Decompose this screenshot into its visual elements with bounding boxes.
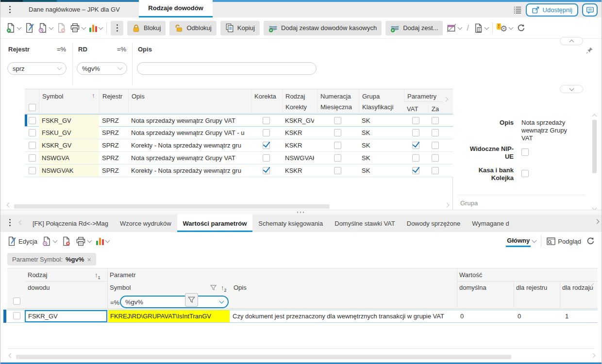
col-rodzaj-dowodu[interactable]: Rodzaj	[28, 270, 47, 280]
numeracja-checkbox[interactable]	[334, 117, 341, 124]
filter-operator[interactable]: =%	[117, 46, 126, 53]
bottom-horizontal-scrollbar[interactable]	[0, 353, 602, 360]
filter-rejestr-combo[interactable]: sprz	[7, 62, 67, 75]
row-checkbox[interactable]	[29, 167, 36, 174]
chevron-down-icon[interactable]	[99, 25, 103, 30]
refresh-button[interactable]	[586, 237, 595, 246]
numeracja-checkbox[interactable]	[334, 129, 341, 136]
za-checkbox[interactable]	[432, 142, 439, 149]
tabs-scroll-left-icon[interactable]	[19, 220, 24, 225]
chevron-down-icon[interactable]	[82, 25, 86, 30]
bottom-tabs-kebab-icon[interactable]	[9, 219, 11, 220]
filter-operator[interactable]: =%	[110, 298, 119, 308]
col-korekta[interactable]: Korekta	[251, 89, 282, 115]
table-row[interactable]: NSWGVA SPRZ Nota sprzedaży wewnątrz Grup…	[25, 152, 453, 165]
select-all-checkbox[interactable]	[29, 104, 36, 111]
col-domyslna[interactable]: domyślna	[459, 283, 486, 293]
chevron-down-icon[interactable]	[484, 25, 489, 30]
document-history-button[interactable]	[38, 23, 53, 33]
scrollbar-thumb[interactable]	[592, 120, 597, 173]
za-checkbox[interactable]	[432, 129, 439, 136]
numeracja-checkbox[interactable]	[334, 154, 341, 162]
col-grupa-klasyfikacji[interactable]: GrupaKlasyfikacji	[359, 89, 404, 115]
widoczne-nip-ue-checkbox[interactable]	[521, 149, 529, 156]
tab-rodzaje-dowodow[interactable]: Rodzaje dowodów	[139, 0, 213, 17]
col-parametr-symbol[interactable]: Parametr	[110, 270, 135, 280]
chat-button[interactable]	[582, 3, 598, 17]
scroll-right-icon[interactable]	[444, 97, 449, 102]
expand-filter-button[interactable]	[560, 85, 583, 93]
glowny-view-selector[interactable]: Główny	[506, 236, 536, 247]
podglad-button[interactable]: Podgląd	[546, 237, 581, 246]
col-dla-rejestru[interactable]: dla rejestru	[516, 283, 547, 293]
row-checkbox[interactable]	[29, 154, 36, 162]
vat-checkbox[interactable]	[412, 117, 419, 124]
vat-checkbox[interactable]	[412, 167, 419, 174]
korekta-checkbox[interactable]	[263, 142, 270, 149]
delete-document-button[interactable]	[62, 236, 71, 246]
za-checkbox[interactable]	[432, 154, 439, 162]
chart-button[interactable]	[96, 237, 109, 245]
col-opis[interactable]: Opis	[128, 89, 251, 115]
chevron-down-icon[interactable]	[105, 238, 110, 243]
blokuj-button[interactable]: Blokuj	[127, 21, 166, 35]
sort-asc-icon[interactable]: ↑	[92, 92, 95, 99]
filter-funnel-button[interactable]	[185, 293, 198, 307]
chevron-down-icon[interactable]	[509, 25, 514, 30]
tabs-scroll-right-icon[interactable]	[595, 219, 600, 224]
chevron-down-icon[interactable]	[458, 25, 463, 30]
tab-dowody-sprzezone[interactable]: Dowody sprzężone	[401, 215, 467, 232]
numeracja-checkbox[interactable]	[334, 167, 341, 174]
korekta-checkbox[interactable]	[263, 154, 270, 162]
za-checkbox[interactable]	[432, 117, 439, 124]
close-icon[interactable]: ×	[87, 255, 91, 264]
row-checkbox[interactable]	[29, 117, 36, 124]
korekta-checkbox[interactable]	[263, 129, 270, 136]
scroll-left-icon[interactable]	[9, 353, 14, 358]
scroll-up-icon[interactable]	[592, 114, 597, 119]
scrollbar-thumb[interactable]	[16, 355, 511, 359]
kasa-i-bank-checkbox[interactable]	[521, 170, 529, 177]
filter-chip[interactable]: Parametr Symbol: %gv% ×	[7, 253, 96, 265]
col-parametry-vat[interactable]: VAT	[404, 102, 428, 115]
delete-document-button[interactable]	[57, 23, 66, 33]
collapse-filter-button[interactable]	[560, 37, 583, 45]
edit-button[interactable]	[25, 23, 34, 33]
col-za[interactable]: Za	[428, 102, 442, 115]
share-button[interactable]: Udostępnij	[526, 3, 578, 17]
table-row[interactable]: NSWGVAK SPRZ Korekty - Nota sprzedaży we…	[25, 165, 453, 177]
edycja-button[interactable]: Edycja	[7, 236, 37, 246]
list-icon[interactable]	[513, 6, 522, 14]
sort-asc-1-icon[interactable]: ↑1	[95, 270, 100, 282]
scrollbar-thumb[interactable]	[14, 204, 330, 209]
horizontal-scrollbar[interactable]	[5, 203, 452, 210]
splitter[interactable]	[0, 210, 602, 215]
col-rejestr[interactable]: Rejestr	[99, 89, 128, 115]
tab-wzorce-wydrukow[interactable]: Wzorce wydruków	[114, 215, 177, 232]
col-opis[interactable]: Opis	[234, 283, 247, 293]
print-button[interactable]	[76, 237, 91, 246]
select-all-checkbox[interactable]	[13, 298, 20, 305]
pin-icon[interactable]	[586, 47, 593, 55]
tab-fk-polaczenia[interactable]: [FK] Połączenia Rd<->Mag	[27, 215, 114, 232]
tab-menu-kebab-icon[interactable]	[9, 6, 11, 7]
more-button[interactable]	[111, 21, 123, 35]
calculator-button[interactable]	[474, 23, 488, 33]
symbol-filter-combo[interactable]: %gv%	[120, 296, 229, 308]
tab-wymagane[interactable]: Wymagane d	[466, 215, 515, 232]
table-row[interactable]: FSKU_GV SPRZ Nota sprzedaży wewnątrz Gru…	[25, 127, 453, 139]
vat-checkbox[interactable]	[412, 129, 419, 136]
filter-rd-combo[interactable]: %gv%	[77, 62, 127, 75]
col-rodzaj-korekty[interactable]: RodzajKorekty	[282, 89, 317, 115]
filter-operator[interactable]: =%	[57, 46, 66, 53]
table-row[interactable]: FSKR_GV SPRZ Nota sprzedaży wewnątrz Gru…	[25, 114, 453, 127]
tab-schematy-ksiegowania[interactable]: Schematy księgowania	[252, 215, 329, 232]
scroll-left-icon[interactable]	[7, 203, 12, 208]
chevron-down-icon[interactable]	[532, 238, 537, 243]
row-checkbox[interactable]	[13, 312, 20, 319]
col-parametr-symbol[interactable]: Symbol	[110, 283, 131, 293]
tab-dane-naglowkowe[interactable]: Dane nagłówkowe – JPK dla GV	[29, 2, 120, 17]
scroll-right-icon[interactable]	[591, 353, 596, 358]
table-row[interactable]: KSKR_GV SPRZ Korekty - Nota sprzedaży we…	[25, 139, 453, 152]
sort-asc-2-icon[interactable]: ↑2	[221, 283, 227, 295]
